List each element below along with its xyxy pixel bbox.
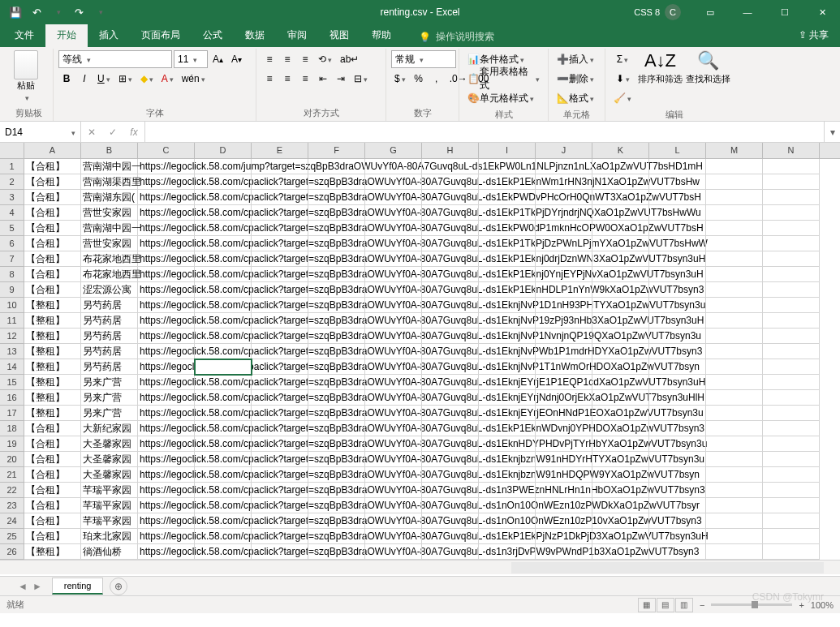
cell[interactable] — [479, 375, 536, 390]
cell[interactable] — [195, 329, 252, 344]
tab-review[interactable]: 审阅 — [276, 24, 318, 47]
row-header[interactable]: 18 — [0, 421, 24, 436]
cell[interactable]: 营世安家园 — [81, 205, 138, 221]
cell[interactable] — [536, 544, 592, 560]
cell[interactable] — [536, 282, 592, 298]
cell[interactable] — [763, 513, 820, 529]
cell[interactable] — [706, 298, 763, 313]
expand-formula-bar-icon[interactable]: ▾ — [824, 122, 840, 142]
cell[interactable] — [308, 329, 365, 344]
percent-icon[interactable]: % — [411, 70, 427, 88]
cell[interactable] — [365, 452, 422, 467]
cell[interactable] — [536, 267, 592, 282]
col-header-J[interactable]: J — [536, 143, 592, 158]
cell[interactable] — [195, 205, 252, 221]
cell[interactable] — [592, 267, 649, 282]
cell[interactable] — [479, 282, 536, 298]
cell[interactable]: 【整租】 — [24, 406, 81, 421]
cell[interactable]: 布花家地西里 — [81, 267, 138, 282]
cell[interactable] — [195, 529, 252, 544]
wrap-text-icon[interactable]: ab↵ — [337, 50, 362, 68]
cell[interactable]: https://legoclick.58.com/cpaclick?target… — [138, 282, 195, 298]
sheet-tab-renting[interactable]: renting — [52, 578, 104, 595]
cell[interactable] — [252, 344, 308, 359]
cell[interactable] — [649, 159, 706, 174]
cell[interactable] — [592, 467, 649, 483]
cell[interactable] — [479, 174, 536, 190]
cell[interactable] — [422, 513, 479, 529]
cell[interactable] — [308, 159, 365, 174]
font-color-button[interactable]: A — [158, 70, 177, 88]
cell[interactable] — [308, 544, 365, 560]
cell[interactable]: 大新纪家园 — [81, 421, 138, 436]
cell[interactable] — [365, 329, 422, 344]
cell[interactable] — [592, 221, 649, 236]
cell[interactable] — [592, 251, 649, 267]
cell[interactable] — [422, 236, 479, 251]
cell[interactable]: 营南湖东园( — [81, 190, 138, 205]
cell[interactable] — [649, 190, 706, 205]
cell[interactable] — [536, 375, 592, 390]
row-header[interactable]: 1 — [0, 159, 24, 174]
cell[interactable]: 芊瑞平家园 — [81, 513, 138, 529]
cell[interactable] — [195, 159, 252, 174]
cell[interactable] — [536, 221, 592, 236]
cell[interactable] — [706, 159, 763, 174]
clear-icon[interactable]: 🧹 — [610, 89, 635, 107]
cell[interactable] — [195, 421, 252, 436]
cell[interactable] — [479, 313, 536, 329]
cell[interactable] — [479, 190, 536, 205]
cell[interactable] — [195, 498, 252, 513]
cell[interactable]: 【合租】 — [24, 251, 81, 267]
cell[interactable] — [536, 159, 592, 174]
save-icon[interactable]: 💾 — [6, 3, 24, 21]
cell[interactable] — [649, 267, 706, 282]
cell[interactable] — [252, 529, 308, 544]
cell[interactable] — [422, 267, 479, 282]
cell[interactable] — [592, 282, 649, 298]
cell[interactable] — [422, 174, 479, 190]
font-name-select[interactable]: 等线 — [58, 50, 172, 68]
cell[interactable]: https://legoclick.58.com/cpaclick?target… — [138, 544, 195, 560]
cell[interactable]: 另芍药居 — [81, 298, 138, 313]
cell[interactable] — [592, 344, 649, 359]
cell[interactable] — [763, 375, 820, 390]
cell[interactable]: 【整租】 — [24, 359, 81, 375]
cell[interactable]: https://legoclick.58.com/cpaclick?target… — [138, 375, 195, 390]
cell[interactable]: 营南湖中园一 — [81, 221, 138, 236]
cell[interactable] — [592, 236, 649, 251]
selected-cell[interactable] — [195, 359, 252, 375]
cell[interactable] — [649, 513, 706, 529]
cell[interactable] — [252, 375, 308, 390]
cell[interactable] — [252, 267, 308, 282]
insert-cells-button[interactable]: ➕ 插入 — [554, 50, 600, 68]
cell[interactable] — [195, 190, 252, 205]
cell[interactable] — [252, 282, 308, 298]
cell[interactable] — [706, 251, 763, 267]
cell[interactable] — [763, 236, 820, 251]
namebox-dropdown-icon[interactable] — [70, 127, 75, 138]
cell[interactable] — [592, 359, 649, 375]
cell[interactable] — [252, 390, 308, 406]
cell[interactable] — [252, 452, 308, 467]
cell[interactable] — [649, 205, 706, 221]
cell[interactable] — [592, 544, 649, 560]
cell[interactable] — [479, 498, 536, 513]
cell[interactable]: 芊瑞平家园 — [81, 498, 138, 513]
row-header[interactable]: 7 — [0, 251, 24, 267]
cell[interactable] — [649, 359, 706, 375]
cell[interactable] — [195, 267, 252, 282]
col-header-A[interactable]: A — [24, 143, 81, 158]
cell[interactable] — [706, 390, 763, 406]
underline-button[interactable]: U — [94, 70, 114, 88]
cell[interactable] — [592, 498, 649, 513]
cell[interactable] — [706, 236, 763, 251]
cell[interactable] — [365, 190, 422, 205]
cell[interactable] — [365, 436, 422, 452]
cell[interactable]: https://legoclick.58.com/cpaclick?target… — [138, 359, 195, 375]
cell[interactable]: https://legoclick.58.com/cpaclick?target… — [138, 529, 195, 544]
cell[interactable]: 【整租】 — [24, 329, 81, 344]
cell[interactable] — [706, 513, 763, 529]
cell[interactable] — [195, 236, 252, 251]
cell[interactable] — [479, 344, 536, 359]
